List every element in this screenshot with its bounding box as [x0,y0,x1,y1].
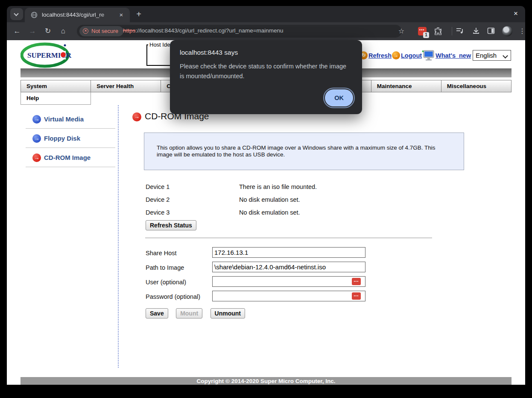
user-label: User (optional) [146,279,186,286]
sidebar-divider [118,105,119,368]
device-1-status: There is an iso file mounted. [239,183,317,190]
password-label: Password (optional) [146,293,200,300]
not-secure-badge[interactable]: ✕ Not secure [79,26,123,36]
not-secure-label: Not secure [91,28,118,34]
unmount-button[interactable]: Unmount [210,308,245,318]
home-button[interactable]: ⌂ [57,25,69,37]
side-panel-icon[interactable] [487,27,496,36]
whats-new-link[interactable]: What's_new [436,52,471,59]
menu-item-help[interactable]: Help [20,92,91,105]
menu-item-maintenance[interactable]: Maintenance [371,80,441,92]
sidebar-item-label: Floppy Disk [44,135,80,142]
alert-ok-button[interactable]: OK [325,89,353,106]
form-actions: Save Mount Unmount [146,308,251,318]
tab-title: localhost:8443/cgi/url_re [42,12,114,18]
address-bar[interactable]: ✕ Not secure https://localhost:8443/cgi/… [77,25,402,38]
profile-avatar[interactable] [502,26,512,36]
window-close-icon[interactable]: × [510,8,522,20]
share-host-input[interactable] [212,247,365,258]
globe-icon [31,12,38,18]
sidebar-item-cdrom-image[interactable]: → CD-ROM Image [26,148,115,167]
arrow-circle-icon-active: → [32,153,41,162]
arrow-circle-icon: → [32,115,41,124]
sidebar-item-label: Virtual Media [44,115,84,123]
chevron-down-icon [14,11,18,16]
browser-tab[interactable]: localhost:8443/cgi/url_re × [25,8,130,22]
supermicro-logo: SUPERMICR [20,42,72,68]
sidebar-item-virtual-media[interactable]: → Virtual Media [26,110,115,129]
sidebar-item-floppy-disk[interactable]: → Floppy Disk [26,129,115,148]
device-1-label: Device 1 [146,183,170,190]
info-box: This option allows you to share a CD-ROM… [144,133,464,170]
password-manager-field-icon[interactable]: ••• [352,292,361,300]
path-to-image-label: Path to Image [146,264,184,271]
new-tab-button[interactable]: + [133,9,144,20]
section-divider [145,238,432,238]
info-text: This option allows you to share a CD-ROM… [157,144,445,158]
back-button[interactable]: ← [11,25,23,37]
menu-item-miscellaneous[interactable]: Miscellaneous [441,80,512,92]
tab-search-button[interactable] [10,8,23,20]
mount-button[interactable]: Mount [176,308,202,318]
extensions-puzzle-icon[interactable] [434,27,443,36]
refresh-status-button[interactable]: Refresh Status [146,220,196,230]
alert-message: Please check the device status to confir… [180,62,351,81]
forward-button[interactable]: → [26,25,38,37]
share-host-label: Share Host [146,250,177,256]
reload-button[interactable]: ↻ [42,25,54,37]
not-secure-icon: ✕ [83,28,88,34]
path-to-image-input[interactable] [212,262,365,272]
browser-menu-icon[interactable]: ⋮ [517,27,527,36]
refresh-link[interactable]: Refresh [368,52,392,59]
extension-badge: 1 [423,32,429,38]
user-input[interactable] [212,276,365,287]
url-rest: ://localhost:8443/cgi/url_redirect.cgi?u… [135,27,283,34]
save-button[interactable]: Save [146,308,168,318]
media-controls-icon[interactable] [456,27,465,36]
device-2-label: Device 2 [146,196,170,203]
browser-toolbar: ← → ↻ ⌂ ✕ Not secure https://localhost:8… [7,22,525,40]
tab-strip: localhost:8443/cgi/url_re × + × [7,6,525,22]
password-manager-field-icon[interactable]: ••• [352,278,361,285]
device-3-status: No disk emulation set. [239,209,300,216]
alert-title: localhost:8443 says [180,49,238,56]
menu-item-server-health[interactable]: Server Health [91,80,161,92]
logout-icon[interactable]: → [392,51,400,59]
password-input[interactable] [212,291,365,301]
page-title-icon: → [132,112,141,121]
whats-new-monitor-icon [422,50,435,61]
sidebar-item-label: CD-ROM Image [44,154,91,161]
browser-window: localhost:8443/cgi/url_re × + × ← → ↻ ⌂ … [0,0,532,398]
toolbar-separator [452,27,452,35]
arrow-circle-icon: → [32,134,41,143]
bookmark-star-icon[interactable]: ☆ [397,27,406,36]
language-select[interactable]: English [473,50,511,61]
device-3-label: Device 3 [146,209,170,216]
device-2-status: No disk emulation set. [239,196,300,203]
logout-link[interactable]: Logout [401,52,422,59]
menu-item-system[interactable]: System [20,80,91,92]
tab-close-icon[interactable]: × [117,11,126,19]
alert-dialog: localhost:8443 says Please check the dev… [170,40,362,114]
downloads-icon[interactable] [472,27,481,36]
url-scheme: https [123,27,135,34]
footer-copyright: Copyright © 2014-2020 Super Micro Comput… [20,377,512,385]
url-text: https://localhost:8443/cgi/url_redirect.… [123,27,284,34]
